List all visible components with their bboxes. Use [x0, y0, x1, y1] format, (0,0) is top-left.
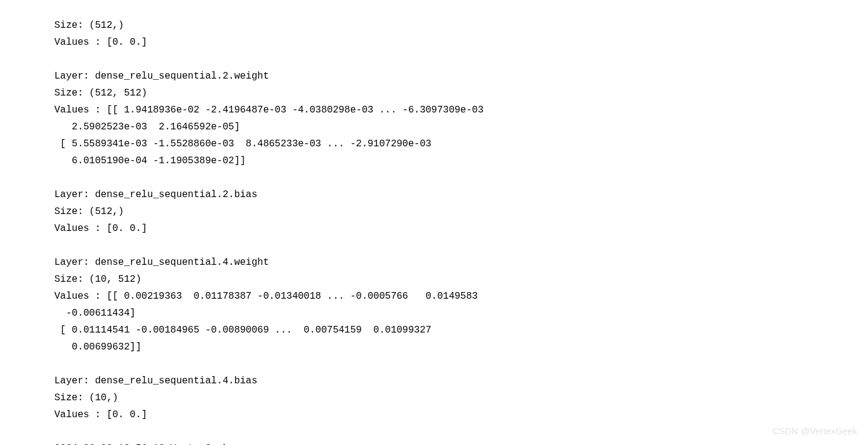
output-line: Values : [[ 0.00219363 0.01178387 -0.013… — [54, 291, 478, 302]
output-line: [ 5.5589341e-03 -1.5528860e-03 8.4865233… — [54, 138, 431, 149]
output-line: -0.00611434] — [54, 308, 135, 319]
output-line: Size: (10,) — [54, 392, 118, 403]
output-line: Values : [[ 1.9418936e-02 -2.4196487e-03… — [54, 105, 484, 115]
output-line: Layer: dense_relu_sequential.4.weight — [54, 257, 269, 268]
output-line: Values : [0. 0.] — [54, 409, 147, 420]
output-line: 0.00699632]] — [54, 342, 141, 352]
output-line: 2.5902523e-03 2.1646592e-05] — [54, 122, 240, 132]
output-line: Values : [0. 0.] — [54, 223, 147, 234]
output-line: Layer: dense_relu_sequential.2.bias — [54, 189, 257, 200]
output-line: Size: (10, 512) — [54, 274, 141, 285]
output-line: 6.0105190e-04 -1.1905389e-02]] — [54, 155, 246, 166]
output-line: Size: (512,) — [54, 206, 124, 217]
output-line: Layer: dense_relu_sequential.4.bias — [54, 375, 257, 386]
output-line: Size: (512,) — [54, 20, 124, 31]
terminal-output: Size: (512,) Values : [0. 0.] Layer: den… — [0, 0, 868, 445]
output-line: Layer: dense_relu_sequential.2.weight — [54, 71, 269, 82]
output-line: [ 0.01114541 -0.00184965 -0.00890069 ...… — [54, 325, 431, 336]
output-line: Values : [0. 0.] — [54, 37, 147, 48]
output-line: Size: (512, 512) — [54, 88, 147, 99]
